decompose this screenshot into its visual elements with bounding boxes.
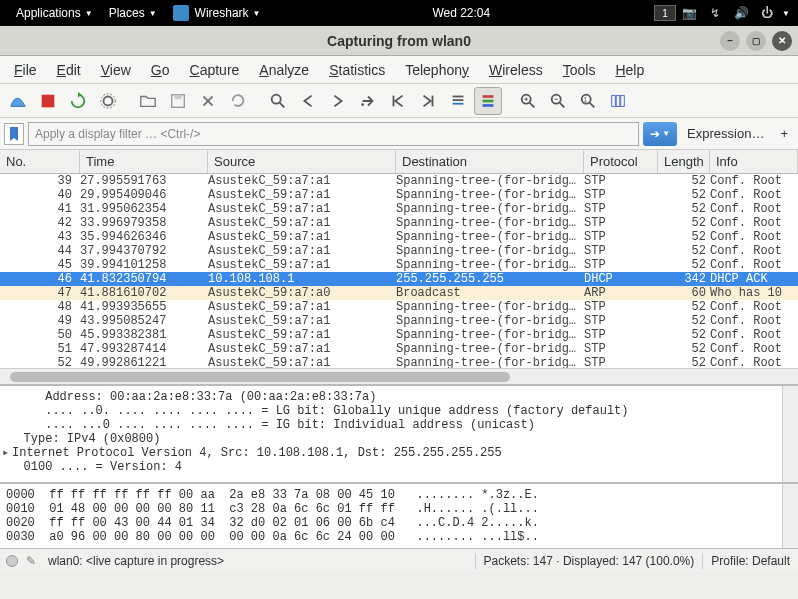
menu-go[interactable]: Go <box>141 58 180 82</box>
detail-line[interactable]: .... ..0. .... .... .... .... = LG bit: … <box>2 404 796 418</box>
workspace-indicator[interactable]: 1 <box>654 5 676 21</box>
menu-capture[interactable]: Capture <box>180 58 250 82</box>
column-header-protocol[interactable]: Protocol <box>584 150 658 173</box>
zoom-in-button[interactable] <box>514 87 542 115</box>
vertical-scrollbar[interactable] <box>782 484 798 548</box>
menu-telephony[interactable]: Telephony <box>395 58 479 82</box>
column-header-info[interactable]: Info <box>710 150 798 173</box>
go-back-button[interactable] <box>294 87 322 115</box>
packet-row[interactable]: 4335.994626346AsustekC_59:a7:a1Spanning-… <box>0 230 798 244</box>
menu-statistics[interactable]: Statistics <box>319 58 395 82</box>
go-forward-button[interactable] <box>324 87 352 115</box>
packet-row[interactable]: 4029.995409046AsustekC_59:a7:a1Spanning-… <box>0 188 798 202</box>
go-to-last-button[interactable] <box>414 87 442 115</box>
detail-line[interactable]: 0100 .... = Version: 4 <box>2 460 796 474</box>
packet-row[interactable]: 4131.995062354AsustekC_59:a7:a1Spanning-… <box>0 202 798 216</box>
menu-wireless[interactable]: Wireless <box>479 58 553 82</box>
find-packet-button[interactable] <box>264 87 292 115</box>
menu-tools[interactable]: Tools <box>553 58 606 82</box>
chevron-down-icon: ▼ <box>662 129 670 138</box>
svg-text:1: 1 <box>584 95 588 102</box>
close-file-button[interactable] <box>194 87 222 115</box>
zoom-reset-button[interactable]: 1 <box>574 87 602 115</box>
zoom-out-button[interactable] <box>544 87 572 115</box>
close-button[interactable] <box>772 31 792 51</box>
places-menu[interactable]: Places ▼ <box>101 0 165 26</box>
column-header-time[interactable]: Time <box>80 150 208 173</box>
packet-details-pane[interactable]: Address: 00:aa:2a:e8:33:7a (00:aa:2a:e8:… <box>0 384 798 482</box>
maximize-button[interactable] <box>746 31 766 51</box>
packet-row[interactable]: 5147.993287414AsustekC_59:a7:a1Spanning-… <box>0 342 798 356</box>
packet-row[interactable]: 4437.994370792AsustekC_59:a7:a1Spanning-… <box>0 244 798 258</box>
hex-line[interactable]: 0020 ff ff 00 43 00 44 01 34 32 d0 02 01… <box>6 516 792 530</box>
bookmark-icon <box>9 127 19 141</box>
column-header-no[interactable]: No. <box>0 150 80 173</box>
auto-scroll-button[interactable] <box>444 87 472 115</box>
filter-placeholder: Apply a display filter … <Ctrl-/> <box>35 127 200 141</box>
restart-capture-button[interactable] <box>64 87 92 115</box>
svg-line-23 <box>560 102 565 107</box>
packet-row[interactable]: 5045.993382381AsustekC_59:a7:a1Spanning-… <box>0 328 798 342</box>
expert-info-icon[interactable]: ✎ <box>26 554 40 568</box>
svg-line-26 <box>590 102 595 107</box>
save-file-button[interactable] <box>164 87 192 115</box>
capture-options-button[interactable] <box>94 87 122 115</box>
hex-line[interactable]: 0010 01 48 00 00 00 00 80 11 c3 28 0a 6c… <box>6 502 792 516</box>
window-titlebar: Capturing from wlan0 <box>0 26 798 56</box>
minimize-button[interactable] <box>720 31 740 51</box>
column-header-destination[interactable]: Destination <box>396 150 584 173</box>
menu-help[interactable]: Help <box>605 58 654 82</box>
column-header-source[interactable]: Source <box>208 150 396 173</box>
detail-line[interactable]: Type: IPv4 (0x0800) <box>2 432 796 446</box>
packet-row[interactable]: 4539.994101258AsustekC_59:a7:a1Spanning-… <box>0 258 798 272</box>
network-indicator-icon[interactable]: ↯ <box>706 6 724 20</box>
packet-row[interactable]: 4233.996979358AsustekC_59:a7:a1Spanning-… <box>0 216 798 230</box>
menu-edit[interactable]: Edit <box>47 58 91 82</box>
hex-line[interactable]: 0000 ff ff ff ff ff ff 00 aa 2a e8 33 7a… <box>6 488 792 502</box>
active-app-menu[interactable]: Wireshark ▼ <box>165 0 269 26</box>
expression-button[interactable]: Expression… <box>681 122 770 145</box>
menu-analyze[interactable]: Analyze <box>249 58 319 82</box>
open-file-button[interactable] <box>134 87 162 115</box>
clock[interactable]: Wed 22:04 <box>424 0 498 26</box>
volume-indicator-icon[interactable]: 🔊 <box>732 6 750 20</box>
column-header-length[interactable]: Length <box>658 150 710 173</box>
menu-file[interactable]: File <box>4 58 47 82</box>
expand-arrow-icon[interactable]: ▸ <box>2 446 12 460</box>
hex-line[interactable]: 0030 a0 96 00 00 80 00 00 00 00 00 0a 6c… <box>6 530 792 544</box>
gear-icon <box>99 92 117 110</box>
packet-row[interactable]: 4943.995085247AsustekC_59:a7:a1Spanning-… <box>0 314 798 328</box>
detail-line-expandable[interactable]: ▸Internet Protocol Version 4, Src: 10.10… <box>2 446 796 460</box>
horizontal-scrollbar[interactable] <box>0 368 798 384</box>
go-to-packet-button[interactable] <box>354 87 382 115</box>
packet-row[interactable]: 4841.993935655AsustekC_59:a7:a1Spanning-… <box>0 300 798 314</box>
power-indicator-icon[interactable]: ⏻ <box>758 6 776 20</box>
packet-row[interactable]: 3927.995591763AsustekC_59:a7:a1Spanning-… <box>0 174 798 188</box>
resize-columns-button[interactable] <box>604 87 632 115</box>
vertical-scrollbar[interactable] <box>782 386 798 482</box>
filter-bookmark-button[interactable] <box>4 123 24 145</box>
capture-status-led-icon <box>6 555 18 567</box>
close-file-icon <box>199 92 217 110</box>
reload-file-button[interactable] <box>224 87 252 115</box>
colorize-button[interactable] <box>474 87 502 115</box>
packet-row[interactable]: 4641.83235079410.108.108.1255.255.255.25… <box>0 272 798 286</box>
applications-menu[interactable]: Applications ▼ <box>8 0 101 26</box>
add-filter-button[interactable]: + <box>774 122 794 145</box>
packet-row[interactable]: 4741.881610702AsustekC_59:a7:a0Broadcast… <box>0 286 798 300</box>
detail-line[interactable]: .... ...0 .... .... .... .... = IG bit: … <box>2 418 796 432</box>
packet-list[interactable]: 3927.995591763AsustekC_59:a7:a1Spanning-… <box>0 174 798 384</box>
stop-capture-button[interactable] <box>34 87 62 115</box>
detail-line[interactable]: Address: 00:aa:2a:e8:33:7a (00:aa:2a:e8:… <box>2 390 796 404</box>
resize-columns-icon <box>609 92 627 110</box>
filter-bar: Apply a display filter … <Ctrl-/> ➔▼ Exp… <box>0 118 798 150</box>
menu-view[interactable]: View <box>91 58 141 82</box>
status-profile[interactable]: Profile: Default <box>703 554 798 568</box>
camera-indicator-icon[interactable]: 📷 <box>680 6 698 20</box>
first-icon <box>389 92 407 110</box>
display-filter-input[interactable]: Apply a display filter … <Ctrl-/> <box>28 122 639 146</box>
filter-apply-button[interactable]: ➔▼ <box>643 122 677 146</box>
go-to-first-button[interactable] <box>384 87 412 115</box>
packet-bytes-pane[interactable]: 0000 ff ff ff ff ff ff 00 aa 2a e8 33 7a… <box>0 482 798 548</box>
start-capture-button[interactable] <box>4 87 32 115</box>
